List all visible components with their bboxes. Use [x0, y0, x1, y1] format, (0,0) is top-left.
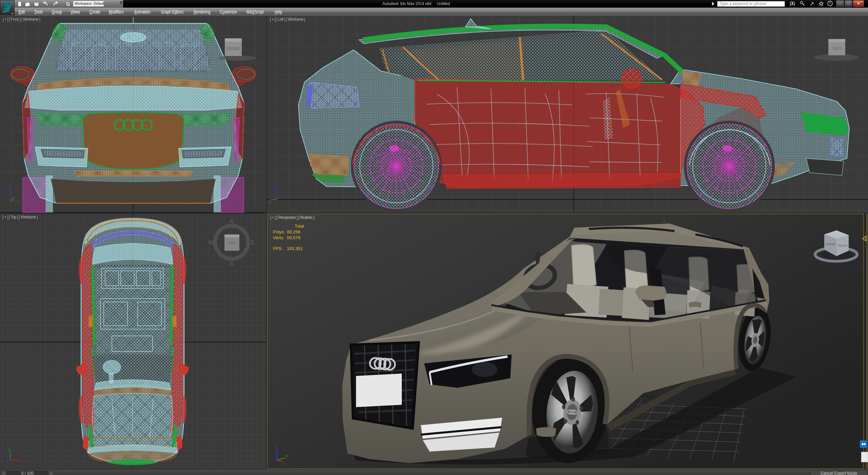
svg-text:W: W: [208, 239, 214, 246]
svg-text:z: z: [7, 460, 8, 463]
svg-text:80,256: 80,256: [287, 229, 300, 234]
svg-text:y: y: [8, 448, 10, 451]
svg-text:E: E: [251, 239, 255, 246]
svg-text:FRONT: FRONT: [226, 46, 240, 51]
svg-text:Verts:: Verts:: [273, 235, 284, 240]
svg-text:Total: Total: [295, 224, 304, 229]
svg-text:x: x: [19, 200, 21, 204]
svg-text:z: z: [275, 445, 277, 449]
svg-text:LEFT: LEFT: [832, 46, 842, 51]
svg-text:z: z: [9, 186, 11, 190]
svg-text:S: S: [230, 260, 233, 267]
svg-text:FPS:: FPS:: [273, 246, 283, 251]
svg-text:y: y: [286, 454, 288, 458]
svg-text:TOP: TOP: [228, 241, 236, 245]
svg-text:z: z: [276, 184, 277, 187]
svg-text:RIGHT: RIGHT: [838, 244, 848, 247]
svg-text:59,579: 59,579: [287, 235, 300, 240]
svg-text:y: y: [269, 201, 271, 204]
svg-text:FRONT: FRONT: [826, 243, 836, 246]
svg-text:183.351: 183.351: [287, 246, 303, 251]
svg-text:?: ?: [829, 2, 831, 5]
svg-text:x: x: [20, 459, 21, 462]
svg-text:N: N: [230, 218, 234, 225]
svg-text:x: x: [284, 462, 286, 466]
svg-text:Polys:: Polys:: [273, 229, 285, 234]
